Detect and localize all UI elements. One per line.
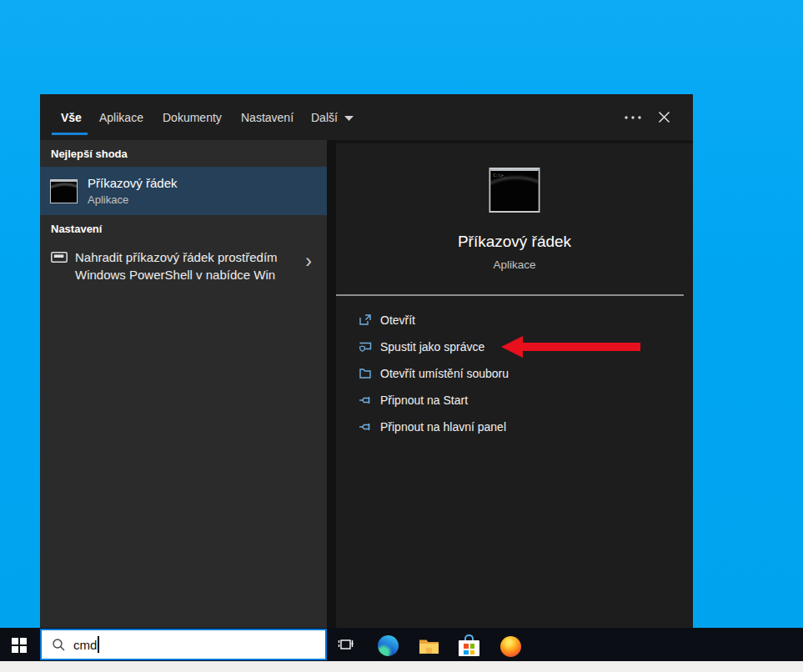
- edge-browser-icon[interactable]: [378, 635, 399, 656]
- search-input-value: cmd: [73, 638, 97, 652]
- close-icon[interactable]: [658, 94, 670, 140]
- chevron-right-icon[interactable]: ›: [305, 250, 312, 273]
- result-title: Příkazový řádek: [88, 176, 178, 190]
- results-column: Nejlepší shoda Příkazový řádek Aplikace …: [40, 140, 327, 628]
- preview-title: Příkazový řádek: [336, 233, 693, 251]
- column-divider: [327, 140, 336, 628]
- pin-icon: [359, 394, 372, 407]
- action-open-file-location[interactable]: Otevřít umístění souboru: [336, 360, 693, 387]
- preview-divider: [336, 294, 684, 296]
- red-annotation-arrow: [499, 333, 645, 363]
- admin-shield-icon: [359, 340, 372, 354]
- result-subtitle: Aplikace: [88, 193, 178, 206]
- result-settings-item[interactable]: Nahradit příkazový řádek prostředím Wind…: [40, 242, 327, 292]
- result-best-match[interactable]: Příkazový řádek Aplikace: [40, 167, 327, 215]
- open-icon: [359, 313, 372, 327]
- taskbar-search-box[interactable]: cmd: [40, 629, 327, 660]
- section-header-settings: Nastavení: [40, 215, 327, 242]
- active-tab-underline: [52, 133, 88, 135]
- folder-location-icon: [359, 367, 372, 380]
- chevron-down-icon: [344, 116, 354, 121]
- text-caret: [98, 636, 99, 653]
- task-view-button[interactable]: [338, 636, 354, 653]
- console-setting-icon: [51, 252, 68, 263]
- action-pin-to-start[interactable]: Připnout na Start: [336, 387, 693, 414]
- firefox-browser-icon[interactable]: [500, 636, 521, 657]
- action-list: Otevřít Spustit jako správce Otevřít umí…: [336, 307, 693, 440]
- pin-icon: [359, 420, 372, 434]
- tab-aplikace[interactable]: Aplikace: [99, 94, 143, 140]
- action-pin-to-taskbar[interactable]: Připnout na hlavní panel: [336, 414, 693, 440]
- section-header-best-match: Nejlepší shoda: [40, 140, 327, 167]
- file-explorer-icon[interactable]: [419, 638, 439, 654]
- microsoft-store-icon[interactable]: [459, 634, 479, 656]
- action-open[interactable]: Otevřít: [336, 307, 693, 333]
- preview-panel: C:\>_ Příkazový řádek Aplikace Otevřít S…: [336, 140, 693, 628]
- settings-item-label: Nahradit příkazový řádek prostředím Wind…: [75, 248, 299, 283]
- bottom-strip: [0, 661, 803, 672]
- preview-subtitle: Aplikace: [336, 258, 693, 271]
- tab-dalsi[interactable]: Další: [311, 94, 354, 140]
- start-button[interactable]: [12, 638, 26, 652]
- cmd-app-icon: [50, 179, 78, 203]
- tab-dokumenty[interactable]: Dokumenty: [163, 94, 222, 140]
- search-icon: [52, 638, 66, 652]
- tab-nastaveni[interactable]: Nastavení: [241, 94, 294, 140]
- tab-bar: Vše Aplikace Dokumenty Nastavení Další: [40, 94, 693, 140]
- more-options-icon[interactable]: [624, 94, 642, 140]
